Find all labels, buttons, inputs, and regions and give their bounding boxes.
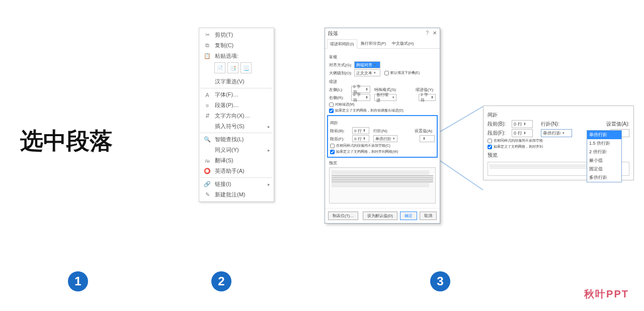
comment-icon: ✎ — [203, 191, 212, 198]
ctx-copy[interactable]: ⧉ 复制(C) — [200, 40, 273, 51]
zoom-setval-label: 设置值(A): — [606, 121, 629, 128]
step-badge-2: 2 — [211, 271, 231, 291]
tab-line-page[interactable]: 换行和分页(P) — [358, 39, 389, 48]
step-badge-3: 3 — [430, 271, 450, 291]
ctx-symbol-label: 插入符号(S) — [215, 123, 245, 130]
snap-checkbox[interactable] — [330, 150, 335, 154]
after-spinner[interactable]: 0 行 — [352, 135, 369, 142]
close-icon[interactable]: ✕ — [433, 30, 437, 37]
svg-line-0 — [440, 107, 483, 132]
line-spacing-select[interactable]: 单倍行距 — [373, 135, 397, 142]
dd-min[interactable]: 最小值 — [587, 156, 621, 165]
dd-single[interactable]: 单倍行距 — [587, 131, 621, 139]
zoom-snap-checkbox[interactable] — [488, 145, 492, 149]
alignment-label: 对齐方式(G): — [329, 62, 352, 68]
step-badge-1: 1 — [68, 271, 88, 291]
indent-value-spinner[interactable]: 2 字符 — [419, 94, 436, 101]
zoom-nospace-checkbox[interactable] — [488, 139, 492, 143]
svg-line-1 — [440, 161, 483, 190]
zoom-before-label: 段前(B): — [488, 121, 510, 128]
collapsed-checkbox[interactable] — [384, 71, 389, 75]
search-icon: 🔍 — [203, 136, 212, 143]
before-label: 段前(B): — [330, 128, 350, 134]
indent-value-label: 缩进值(Y): — [416, 87, 436, 92]
special-select[interactable]: 首行缩进 — [374, 94, 396, 101]
ctx-cut[interactable]: ✂ 剪切(T) — [200, 30, 273, 40]
ctx-direction-label: 文字方向(X)… — [215, 112, 250, 120]
setval-spinner[interactable] — [420, 135, 435, 142]
ctx-new-comment[interactable]: ✎ 新建批注(M) — [200, 189, 273, 200]
zoom-line-select[interactable]: 单倍行距 — [541, 129, 572, 137]
section-general: 常规 — [329, 54, 436, 60]
dd-multi[interactable]: 多倍行距 — [587, 173, 621, 182]
helper-icon: ⭕ — [203, 168, 212, 175]
outline-select[interactable]: 正文文本 — [354, 69, 380, 76]
paste-opt-text[interactable]: 📃 — [240, 62, 252, 73]
default-button[interactable]: 设为默认值(D) — [363, 212, 397, 220]
ctx-smart-lookup[interactable]: 🔍 智能查找(L) — [200, 134, 273, 145]
brand-watermark: 秋叶PPT — [584, 287, 629, 301]
right-indent-spinner[interactable]: 0 字符 — [351, 94, 370, 101]
ctx-cut-label: 剪切(T) — [215, 31, 233, 39]
ctx-synonym-label: 同义词(Y) — [215, 146, 239, 154]
ctx-comment-label: 新建批注(M) — [215, 191, 246, 198]
left-indent-label: 左侧(L): — [329, 87, 349, 92]
alignment-select[interactable]: 两端对齐 — [354, 61, 380, 68]
dd-1-5[interactable]: 1.5 倍行距 — [587, 139, 621, 148]
auto-indent-checkbox[interactable] — [329, 109, 334, 113]
section-spacing: 间距 — [330, 120, 435, 126]
font-icon: A — [203, 91, 212, 98]
dd-fixed[interactable]: 固定值 — [587, 165, 621, 173]
paste-opt-keep-format[interactable]: 📄 — [214, 62, 225, 73]
ok-button[interactable]: 确定 — [400, 212, 417, 220]
ctx-copy-label: 复制(C) — [215, 42, 233, 49]
ctx-synonyms[interactable]: 同义词(Y) ▸ — [200, 145, 273, 155]
before-spinner[interactable]: 0 行 — [352, 127, 369, 134]
link-icon: 🔗 — [203, 181, 212, 188]
ctx-paste-label: 粘贴选项: — [215, 52, 238, 60]
help-icon[interactable]: ? — [426, 30, 429, 37]
ctx-english-helper[interactable]: ⭕ 英语助手(A) — [200, 166, 273, 176]
ctx-paragraph[interactable]: ≡ 段落(P)… — [200, 100, 273, 111]
ctx-translate[interactable]: 🗛 翻译(S) — [200, 155, 273, 166]
main-title: 选中段落 — [20, 126, 113, 157]
ctx-text-direction[interactable]: ⇵ 文字方向(X)… — [200, 111, 273, 121]
chevron-right-icon: ▸ — [268, 182, 270, 187]
symmetric-checkbox[interactable] — [329, 102, 334, 107]
paste-icon: 📋 — [203, 53, 212, 60]
zoom-detail-panel: 间距 段前(B): 0 行 行距(N): 设置值(A): 段后(F): 0 行 … — [483, 106, 634, 180]
ctx-link-label: 链接(I) — [215, 180, 231, 188]
direction-icon: ⇵ — [203, 113, 212, 120]
ctx-insert-symbol[interactable]: 插入符号(S) ▸ — [200, 121, 273, 132]
spacing-highlight: 间距 段前(B): 0 行 行距(N): 设置值(A): 段后(F): 0 行 … — [327, 115, 438, 158]
preview-box — [329, 167, 436, 203]
cut-icon: ✂ — [203, 32, 212, 39]
ctx-font[interactable]: A 字体(F)… — [200, 89, 273, 100]
zoom-before-spinner[interactable]: 0 行 — [512, 120, 533, 128]
translate-icon: 🗛 — [203, 157, 212, 164]
line-spacing-dropdown: 单倍行距 1.5 倍行距 2 倍行距 最小值 固定值 多倍行距 — [587, 130, 622, 182]
dd-double[interactable]: 2 倍行距 — [587, 148, 621, 156]
cancel-button[interactable]: 取消 — [420, 212, 437, 220]
ctx-link[interactable]: 🔗 链接(I) ▸ — [200, 179, 273, 189]
zoom-after-spinner[interactable]: 0 行 — [512, 129, 533, 137]
ctx-hanzi-label: 汉字重选(V) — [215, 78, 245, 85]
nospace-checkbox[interactable] — [330, 144, 335, 148]
ctx-font-label: 字体(F)… — [215, 91, 238, 98]
copy-icon: ⧉ — [203, 42, 212, 49]
section-preview: 预览 — [329, 160, 436, 166]
ctx-hanzi[interactable]: 汉字重选(V) — [200, 76, 273, 87]
context-menu: ✂ 剪切(T) ⧉ 复制(C) 📋 粘贴选项: 📄 📑 📃 汉字重选(V) A … — [199, 28, 274, 202]
paragraph-icon: ≡ — [203, 102, 212, 109]
dialog-title: 段落 — [328, 30, 426, 37]
tab-indent-spacing[interactable]: 缩进和间距(I) — [327, 39, 357, 49]
right-indent-label: 右侧(R): — [329, 95, 349, 100]
tab-asian[interactable]: 中文版式(H) — [389, 39, 416, 48]
line-label: 行距(N): — [373, 128, 393, 134]
paste-opt-merge[interactable]: 📑 — [227, 62, 238, 73]
ctx-paste-options: 📋 粘贴选项: — [200, 51, 273, 61]
tabs-button[interactable]: 制表位(T)… — [328, 212, 358, 220]
after-label: 段后(F): — [330, 136, 350, 142]
ctx-paragraph-label: 段落(P)… — [215, 101, 239, 109]
special-label: 特殊格式(S): — [374, 87, 397, 92]
